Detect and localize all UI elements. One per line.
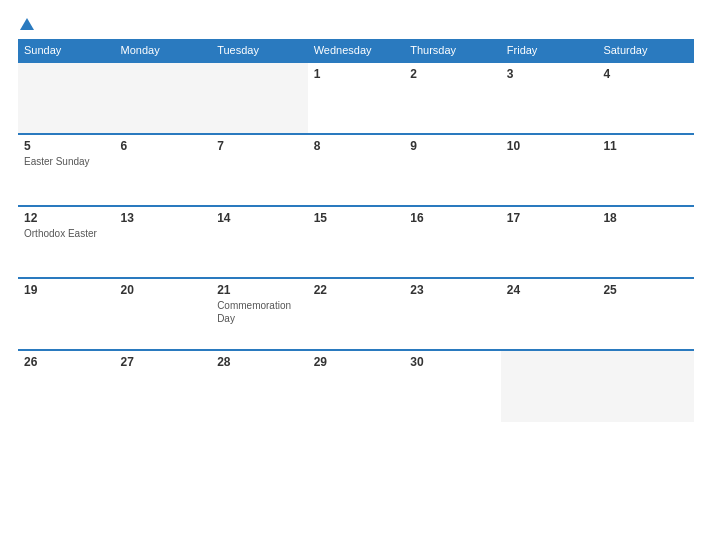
day-number: 13 (121, 211, 206, 225)
logo (18, 18, 34, 29)
logo-blue-text (18, 18, 34, 29)
calendar-week-row: 1234 (18, 62, 694, 134)
calendar-week-row: 5Easter Sunday67891011 (18, 134, 694, 206)
day-number: 4 (603, 67, 688, 81)
calendar-cell: 5Easter Sunday (18, 134, 115, 206)
day-number: 24 (507, 283, 592, 297)
day-number: 6 (121, 139, 206, 153)
day-number: 20 (121, 283, 206, 297)
day-number: 8 (314, 139, 399, 153)
calendar-cell: 10 (501, 134, 598, 206)
day-number: 12 (24, 211, 109, 225)
page: SundayMondayTuesdayWednesdayThursdayFrid… (0, 0, 712, 550)
calendar-cell: 22 (308, 278, 405, 350)
calendar-cell (501, 350, 598, 422)
calendar-cell: 2 (404, 62, 501, 134)
calendar-cell (211, 62, 308, 134)
calendar-cell: 9 (404, 134, 501, 206)
calendar-cell: 26 (18, 350, 115, 422)
calendar-header-row: SundayMondayTuesdayWednesdayThursdayFrid… (18, 39, 694, 62)
logo-triangle-icon (20, 18, 34, 30)
calendar-cell: 23 (404, 278, 501, 350)
calendar-cell: 20 (115, 278, 212, 350)
day-number: 15 (314, 211, 399, 225)
header (18, 18, 694, 29)
day-number: 11 (603, 139, 688, 153)
calendar-cell: 29 (308, 350, 405, 422)
day-number: 28 (217, 355, 302, 369)
day-number: 27 (121, 355, 206, 369)
calendar-cell: 24 (501, 278, 598, 350)
day-number: 19 (24, 283, 109, 297)
calendar-cell: 7 (211, 134, 308, 206)
col-header-tuesday: Tuesday (211, 39, 308, 62)
day-number: 22 (314, 283, 399, 297)
calendar-week-row: 192021Commemoration Day22232425 (18, 278, 694, 350)
calendar-cell (18, 62, 115, 134)
calendar-cell: 14 (211, 206, 308, 278)
holiday-label: Easter Sunday (24, 156, 90, 167)
calendar-cell: 16 (404, 206, 501, 278)
day-number: 23 (410, 283, 495, 297)
day-number: 9 (410, 139, 495, 153)
calendar-table: SundayMondayTuesdayWednesdayThursdayFrid… (18, 39, 694, 422)
calendar-cell: 15 (308, 206, 405, 278)
col-header-thursday: Thursday (404, 39, 501, 62)
day-number: 1 (314, 67, 399, 81)
day-number: 2 (410, 67, 495, 81)
calendar-cell (115, 62, 212, 134)
calendar-cell: 12Orthodox Easter (18, 206, 115, 278)
holiday-label: Commemoration Day (217, 300, 291, 324)
calendar-cell: 13 (115, 206, 212, 278)
calendar-cell: 21Commemoration Day (211, 278, 308, 350)
day-number: 16 (410, 211, 495, 225)
col-header-monday: Monday (115, 39, 212, 62)
calendar-cell: 17 (501, 206, 598, 278)
col-header-friday: Friday (501, 39, 598, 62)
calendar-cell: 30 (404, 350, 501, 422)
calendar-cell: 1 (308, 62, 405, 134)
day-number: 17 (507, 211, 592, 225)
calendar-week-row: 2627282930 (18, 350, 694, 422)
calendar-cell (597, 350, 694, 422)
day-number: 21 (217, 283, 302, 297)
day-number: 26 (24, 355, 109, 369)
day-number: 25 (603, 283, 688, 297)
day-number: 29 (314, 355, 399, 369)
day-number: 7 (217, 139, 302, 153)
day-number: 18 (603, 211, 688, 225)
day-number: 3 (507, 67, 592, 81)
day-number: 5 (24, 139, 109, 153)
day-number: 10 (507, 139, 592, 153)
holiday-label: Orthodox Easter (24, 228, 97, 239)
calendar-cell: 19 (18, 278, 115, 350)
calendar-cell: 27 (115, 350, 212, 422)
calendar-cell: 28 (211, 350, 308, 422)
calendar-cell: 3 (501, 62, 598, 134)
day-number: 14 (217, 211, 302, 225)
col-header-wednesday: Wednesday (308, 39, 405, 62)
calendar-cell: 25 (597, 278, 694, 350)
col-header-saturday: Saturday (597, 39, 694, 62)
calendar-cell: 6 (115, 134, 212, 206)
col-header-sunday: Sunday (18, 39, 115, 62)
calendar-cell: 8 (308, 134, 405, 206)
calendar-week-row: 12Orthodox Easter131415161718 (18, 206, 694, 278)
calendar-cell: 18 (597, 206, 694, 278)
calendar-cell: 11 (597, 134, 694, 206)
day-number: 30 (410, 355, 495, 369)
calendar-cell: 4 (597, 62, 694, 134)
